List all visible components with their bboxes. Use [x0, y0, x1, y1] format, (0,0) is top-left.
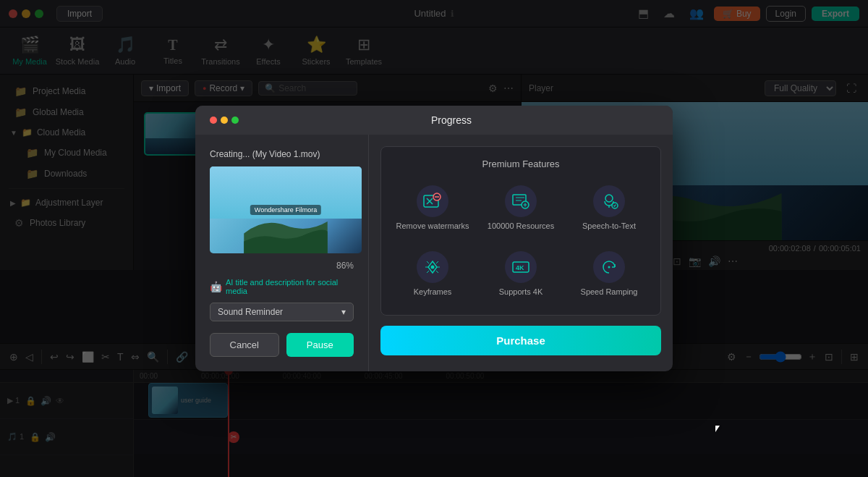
- svg-point-6: [431, 266, 435, 269]
- remove-watermarks-icon: [417, 185, 448, 217]
- modal-header: Progress: [195, 106, 673, 135]
- feature-speed-ramping: Speed Ramping: [569, 245, 649, 303]
- svg-point-9: [608, 266, 610, 269]
- resources-icon: [505, 185, 537, 217]
- modal-close-button[interactable]: [210, 117, 217, 124]
- feature-speech-to-text: Speech-to-Text: [569, 180, 649, 237]
- modal-right-panel: Premium Features: [369, 135, 673, 371]
- modal-maximize-button[interactable]: [231, 117, 239, 124]
- ai-icon: 🤖: [210, 281, 222, 292]
- modal-left-panel: Creating... (My Video 1.mov) Wondershare…: [195, 135, 369, 371]
- pause-button[interactable]: Pause: [286, 333, 354, 357]
- keyframes-icon: [417, 251, 448, 283]
- modal-body: Creating... (My Video 1.mov) Wondershare…: [195, 135, 673, 371]
- feature-supports-4k: 4K Supports 4K: [481, 245, 561, 303]
- sound-reminder-dropdown[interactable]: Sound Reminder ▾: [210, 303, 354, 321]
- watermark-label: Wondershare Filmora: [250, 205, 321, 215]
- features-grid: Remove watermarks: [393, 180, 649, 303]
- ai-title-link[interactable]: 🤖 AI title and description for social me…: [210, 278, 354, 295]
- premium-features-title: Premium Features: [393, 159, 649, 169]
- modal-action-buttons: Cancel Pause: [210, 333, 354, 357]
- chevron-down-icon: ▾: [341, 307, 346, 317]
- purchase-button[interactable]: Purchase: [380, 326, 661, 355]
- modal-title: Progress: [244, 114, 658, 126]
- premium-features-box: Premium Features: [380, 146, 661, 316]
- speed-ramping-icon: [593, 251, 625, 283]
- creating-label: Creating... (My Video 1.mov): [210, 149, 354, 159]
- speech-to-text-icon: [593, 185, 625, 217]
- modal-overlay: Progress Creating... (My Video 1.mov) Wo…: [0, 0, 868, 477]
- feature-remove-watermarks: Remove watermarks: [393, 180, 472, 237]
- feature-keyframes: Keyframes: [393, 245, 472, 303]
- supports-4k-icon: 4K: [505, 251, 537, 283]
- cancel-button[interactable]: Cancel: [210, 333, 279, 357]
- feature-100k-resources: 100000 Resources: [481, 180, 561, 237]
- progress-modal: Progress Creating... (My Video 1.mov) Wo…: [195, 106, 673, 371]
- svg-text:4K: 4K: [516, 264, 524, 271]
- modal-minimize-button[interactable]: [221, 117, 228, 124]
- video-preview: Wondershare Filmora: [210, 166, 362, 253]
- progress-percentage: 86%: [210, 261, 354, 271]
- modal-traffic-lights: [210, 117, 239, 124]
- svg-point-4: [605, 195, 613, 202]
